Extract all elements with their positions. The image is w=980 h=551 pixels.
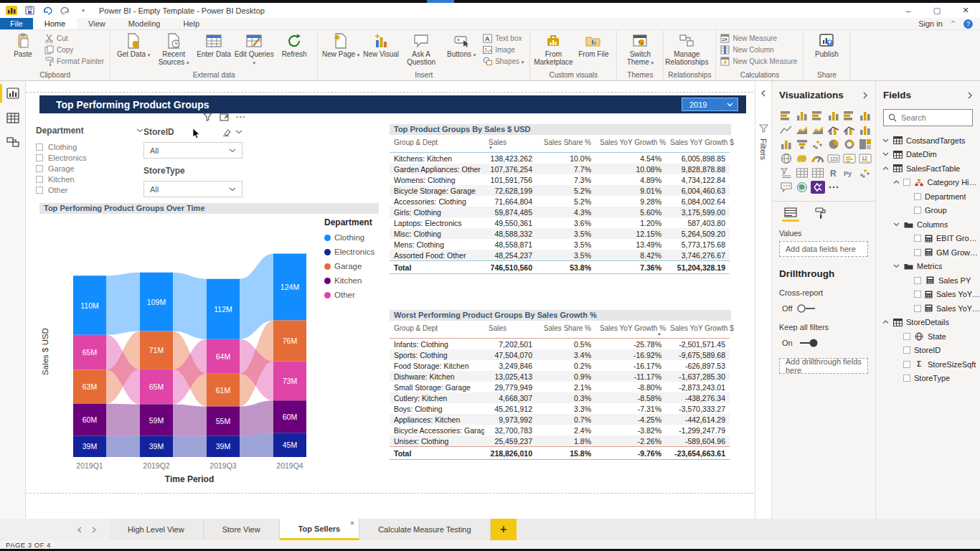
key-influencers-icon[interactable] xyxy=(858,166,872,179)
redo-icon[interactable] xyxy=(60,6,71,16)
kpi-icon[interactable]: 12 xyxy=(858,152,872,165)
page-tab-store-view[interactable]: Store View xyxy=(204,519,280,540)
checkbox[interactable] xyxy=(914,249,921,256)
table-row[interactable]: Bicycle Accessories: Garage32,700,7832.4… xyxy=(390,425,730,435)
recent-sources-button[interactable]: Recent Sources ▾ xyxy=(154,32,194,66)
column-header[interactable]: Sales YoY Growth $ xyxy=(666,322,730,339)
report-title-visual[interactable]: Top Performing Product Groups 2019 xyxy=(39,95,746,113)
fields-tab[interactable] xyxy=(782,207,799,222)
table-row[interactable]: Bicycle Storage: Garage72,628,1995.2%9.0… xyxy=(390,185,730,196)
legend-item-other[interactable]: Other xyxy=(324,288,392,302)
slicer-icon[interactable] xyxy=(779,166,793,179)
filled-map-icon[interactable] xyxy=(795,152,809,165)
data-view-button[interactable] xyxy=(0,105,26,130)
chevron-down-icon[interactable] xyxy=(136,128,143,133)
model-view-button[interactable] xyxy=(0,130,26,154)
field-item-metrics[interactable]: Metrics xyxy=(876,260,980,274)
paste-button[interactable]: Paste xyxy=(3,32,43,58)
line-and-stacked-column-chart-icon[interactable] xyxy=(842,123,857,136)
slicer-item-other[interactable]: Other xyxy=(36,184,143,195)
checkbox[interactable] xyxy=(903,179,910,186)
python-visual-icon[interactable]: Py xyxy=(842,166,857,179)
drillthrough-field-well[interactable]: Add drillthrough fields here xyxy=(779,358,868,374)
checkbox[interactable] xyxy=(36,143,43,151)
table-row[interactable]: Girls: Clothing59,874,4854.3%5.60%3,175,… xyxy=(390,207,730,217)
copy-button[interactable]: Copy xyxy=(44,45,104,55)
field-item-sales-yoy-gro-[interactable]: Sales YoY Gro... xyxy=(876,288,980,302)
field-item-sales-py[interactable]: Sales PY xyxy=(876,273,980,288)
table-row[interactable]: Kitchens: Kitchen138,423,26210.0%4.54%6,… xyxy=(390,153,730,164)
column-header[interactable]: Sales YoY Growth % xyxy=(595,136,666,153)
checkbox[interactable] xyxy=(903,333,910,340)
table-row[interactable]: Womens: Clothing101,591,7567.3%4.89%4,73… xyxy=(390,174,730,185)
cross-report-toggle[interactable] xyxy=(796,303,818,314)
waterfall-chart-icon[interactable] xyxy=(779,138,793,151)
column-header[interactable]: Sales YoY Growth $ xyxy=(666,136,730,153)
checkbox[interactable] xyxy=(36,154,43,161)
field-item-gm-growth-yoy[interactable]: GM Growth YoY xyxy=(876,245,980,260)
tab-scroll-left-icon[interactable] xyxy=(77,527,82,533)
help-icon[interactable]: ? xyxy=(963,19,973,29)
values-field-well[interactable]: Add data fields here xyxy=(779,241,868,257)
undo-icon[interactable] xyxy=(42,6,53,16)
column-header[interactable]: Group & Dept xyxy=(390,136,484,153)
table-row[interactable]: Boys: Clothing45,261,9123.3%-7.31%-3,570… xyxy=(390,403,730,414)
close-button[interactable]: ✕ xyxy=(951,3,980,18)
area-chart-icon[interactable] xyxy=(795,123,809,136)
expand-filters-icon[interactable] xyxy=(755,81,771,97)
gauge-icon[interactable] xyxy=(811,152,825,165)
checkbox[interactable] xyxy=(903,375,910,382)
buttons-button[interactable]: Buttons ▾ xyxy=(441,32,481,58)
pie-chart-icon[interactable] xyxy=(826,138,841,151)
chevron-down-icon[interactable] xyxy=(892,222,900,227)
ribbon-band-electronics[interactable] xyxy=(106,436,140,457)
powerapps-visual-icon[interactable] xyxy=(811,181,825,194)
eraser-icon[interactable] xyxy=(222,128,231,136)
table-row[interactable]: Accessories: Clothing71,664,8045.2%9.28%… xyxy=(390,196,730,207)
new-page-button[interactable]: New Page ▾ xyxy=(321,32,361,58)
table-row[interactable]: Cutlery: Kitchen4,668,3070.3%-8.58%-438,… xyxy=(390,392,730,403)
collapse-pane-icon[interactable] xyxy=(967,92,973,99)
menu-help[interactable]: Help xyxy=(171,18,211,29)
column-header[interactable]: Sales Share % xyxy=(537,322,595,339)
map-icon[interactable] xyxy=(779,152,793,165)
get-data-button[interactable]: Get Data ▾ xyxy=(113,32,154,58)
from-marketplace-button[interactable]: From Marketplace xyxy=(533,32,573,66)
maximize-button[interactable]: ▢ xyxy=(923,3,951,18)
r-script-visual-icon[interactable]: R xyxy=(826,166,841,179)
clustered-column-chart-icon[interactable] xyxy=(826,109,841,122)
legend-item-electronics[interactable]: Electronics xyxy=(324,245,392,259)
field-item-state[interactable]: State xyxy=(876,329,980,344)
chevron-up-icon[interactable] xyxy=(882,166,889,171)
column-header[interactable]: Sales Share % xyxy=(537,136,595,153)
checkbox[interactable] xyxy=(914,235,921,242)
new-visual-button[interactable]: New Visual xyxy=(361,32,401,58)
field-item-datedim[interactable]: DateDim xyxy=(876,148,980,162)
fields-search[interactable] xyxy=(883,109,973,126)
slicer-item-clothing[interactable]: Clothing xyxy=(36,141,143,152)
format-tab[interactable] xyxy=(815,207,826,222)
page-tab-top-sellers[interactable]: Top Sellers✕ xyxy=(280,519,359,540)
chevron-up-icon[interactable] xyxy=(882,320,889,324)
menu-home[interactable]: Home xyxy=(33,18,77,29)
100-stacked-bar-chart-icon[interactable] xyxy=(842,109,857,122)
arcgis-map-icon[interactable] xyxy=(795,181,809,194)
column-header[interactable]: Sales▼ xyxy=(484,136,537,153)
ask-a-question-button[interactable]: Ask A Question xyxy=(401,32,441,66)
ribbon-band-kitchen[interactable] xyxy=(106,404,140,436)
storetype-dropdown[interactable]: All xyxy=(143,181,242,197)
minimize-button[interactable]: – xyxy=(894,3,923,18)
line-and-clustered-column-chart-icon[interactable] xyxy=(826,123,841,136)
line-chart-icon[interactable] xyxy=(779,123,793,136)
ribbon-band-clothing[interactable] xyxy=(173,273,207,339)
clustered-bar-chart-icon[interactable] xyxy=(811,109,825,122)
legend-item-kitchen[interactable]: Kitchen xyxy=(324,273,392,288)
table-row[interactable]: Appliances: Kitchen9,973,9920.7%-4.25%-4… xyxy=(390,414,730,425)
search-input[interactable] xyxy=(901,113,973,122)
new-quick-measure-button[interactable]: New Quick Measure xyxy=(720,57,797,66)
shapes-button[interactable]: Shapes ▾ xyxy=(483,57,524,66)
ribbon-band-clothing[interactable] xyxy=(106,273,140,335)
field-item-ebit-growth-y-[interactable]: EBIT Growth Y... xyxy=(876,232,980,246)
table-row[interactable]: Mens: Clothing48,558,8713.5%13.49%5,773,… xyxy=(390,239,730,250)
column-header[interactable]: Sales YoY Growth %▲ xyxy=(595,322,666,339)
